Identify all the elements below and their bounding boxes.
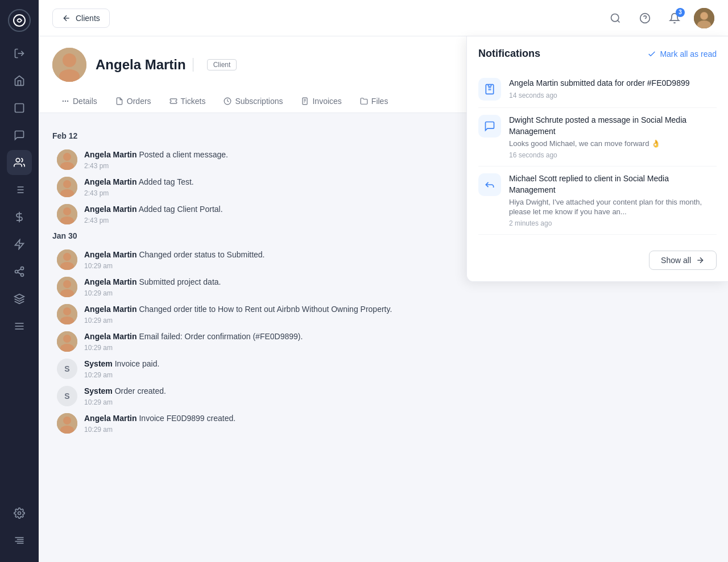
activity-avatar [57,177,77,197]
sidebar-item-settings[interactable] [7,501,32,526]
sidebar-item-integrations[interactable] [7,259,32,284]
activity-action: Changed order title to How to Rent out A… [139,305,392,314]
activity-time: 10:29 am [84,317,714,324]
sidebar-item-reports[interactable] [7,177,32,202]
sidebar-item-exit[interactable] [7,41,32,66]
activity-action: Submitted project data. [139,277,221,286]
activity-avatar [57,204,77,224]
tab-files[interactable]: Files [351,91,398,113]
sidebar-bottom [7,501,32,553]
invoices-icon [301,97,309,105]
sidebar-item-chat[interactable] [7,123,32,148]
svg-point-38 [65,101,65,101]
notification-icon-reply [478,173,501,196]
notification-preview: Looks good Michael, we can move forward … [509,139,717,149]
tab-orders[interactable]: Orders [106,91,160,113]
notification-message: Dwight Schrute posted a message in Socia… [509,115,717,137]
svg-point-47 [63,153,71,161]
tab-details[interactable]: Details [52,91,106,113]
back-button[interactable]: Clients [52,9,110,28]
show-all-button[interactable]: Show all [649,251,717,270]
svg-point-65 [63,335,71,343]
sidebar-item-zap[interactable] [7,232,32,257]
search-button[interactable] [605,8,626,28]
svg-point-40 [63,101,63,101]
svg-point-12 [21,267,24,270]
actor-name: Angela Martin [84,205,137,214]
svg-point-68 [63,417,71,424]
activity-action: Changed order status to Submitted. [139,250,264,259]
notification-item[interactable]: Michael Scott replied to client in Socia… [478,166,717,235]
sidebar-item-layers[interactable] [7,286,32,311]
activity-time: 10:29 am [84,344,714,352]
notification-icon-clipboard [478,78,501,101]
activity-avatar [57,149,77,170]
sidebar-item-sort[interactable] [7,528,32,553]
profile-info: Angela Martin Client [96,57,237,73]
help-button[interactable] [635,8,655,28]
actor-name: System [84,359,113,368]
notification-message: Angela Martin submitted data for order #… [509,78,717,89]
activity-item: S System Order created. 10:29 am [52,386,714,406]
checkmark-icon [647,49,656,59]
clipboard-icon [484,84,495,95]
header-actions: 3 [605,8,714,28]
svg-point-27 [611,14,619,21]
orders-icon [115,97,123,105]
activity-text: Angela Martin Changed order title to How… [84,304,714,324]
files-icon [360,97,368,105]
mark-all-read-button[interactable]: Mark all as read [647,49,717,59]
svg-line-16 [18,269,21,270]
activity-action: Invoice paid. [115,359,160,368]
tab-subscriptions[interactable]: Subscriptions [214,91,292,113]
tab-invoices[interactable]: Invoices [292,91,350,113]
notifications-button[interactable]: 3 [664,8,685,28]
sidebar-item-box[interactable] [7,95,32,120]
activity-text: Angela Martin Email failed: Order confir… [84,331,714,352]
notification-item[interactable]: Angela Martin submitted data for order #… [478,71,717,108]
notification-body: Michael Scott replied to client in Socia… [509,173,717,227]
actor-name: Angela Martin [84,332,137,341]
activity-action: Added tag Test. [139,177,194,186]
notification-item[interactable]: Dwight Schrute posted a message in Socia… [478,108,717,166]
svg-point-39 [68,101,68,101]
activity-avatar [57,304,77,324]
activity-avatar [57,249,77,270]
notifications-panel: Notifications Mark all as read Angela Ma… [466,36,728,282]
back-button-label: Clients [76,14,100,23]
header: Clients 3 [39,0,728,36]
svg-line-15 [18,272,21,274]
activity-time: 10:29 am [84,289,714,297]
actor-name: Angela Martin [84,277,137,286]
activity-item: Angela Martin Invoice FE0D9899 created. … [52,413,714,434]
sidebar-item-home[interactable] [7,68,32,93]
notification-icon-chat [478,115,501,138]
svg-point-14 [21,273,24,276]
sidebar-item-stack[interactable] [7,314,32,339]
sidebar-item-billing[interactable] [7,205,32,230]
svg-rect-2 [15,104,24,113]
activity-text: System Invoice paid. 10:29 am [84,359,714,379]
subscriptions-icon [224,97,231,105]
svg-point-34 [701,13,708,19]
notification-body: Angela Martin submitted data for order #… [509,78,717,101]
svg-point-0 [14,15,25,26]
svg-point-59 [63,280,71,288]
svg-point-56 [63,253,71,261]
arrow-right-icon [696,256,705,265]
sidebar-item-clients[interactable] [7,150,32,175]
notifications-header: Notifications Mark all as read [478,48,717,60]
activity-action: Email failed: Order confirmation (#FE0D9… [139,332,303,341]
actor-name: System [84,386,113,396]
svg-point-3 [16,159,20,163]
reply-icon [484,179,495,190]
actor-name: Angela Martin [84,177,137,186]
activity-action: Invoice FE0D9899 created. [139,414,235,423]
svg-point-13 [15,270,18,273]
user-avatar[interactable] [694,8,714,28]
sidebar-logo[interactable] [8,9,31,32]
notification-time: 14 seconds ago [509,91,717,99]
actor-name: Angela Martin [84,305,137,314]
activity-time: 10:29 am [84,426,714,434]
tab-tickets[interactable]: Tickets [160,91,215,113]
